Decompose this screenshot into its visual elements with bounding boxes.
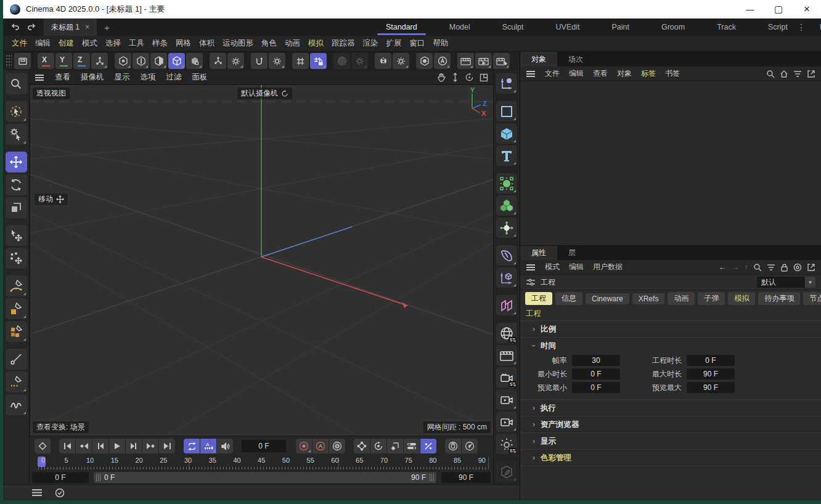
am-lock-icon[interactable]	[780, 263, 788, 272]
lock-z-axis-button[interactable]: Z	[73, 53, 90, 69]
loop-playback-button[interactable]	[184, 439, 200, 453]
axis-modification-icon[interactable]	[210, 53, 226, 69]
am-search-icon[interactable]	[753, 263, 762, 272]
deformer-icon[interactable]	[496, 245, 517, 266]
section-scale-header[interactable]: ›比例	[520, 321, 821, 337]
menu-item[interactable]: 选择	[105, 38, 121, 49]
goto-end-button[interactable]	[159, 439, 175, 453]
document-tab-close-icon[interactable]: ×	[85, 23, 89, 31]
duration-field[interactable]: 0 F	[687, 355, 735, 366]
render-settings-button[interactable]	[493, 53, 510, 69]
section-display-header[interactable]: ›显示	[520, 433, 821, 449]
key-parameters-button[interactable]	[404, 439, 420, 453]
document-tab[interactable]: 未标题 1 ×	[44, 18, 97, 36]
null-object-icon[interactable]	[496, 73, 517, 94]
coordinate-system-icon[interactable]	[91, 53, 108, 69]
layout-tab[interactable]: Groom	[645, 18, 701, 36]
vp-menu-filter[interactable]: 过滤	[166, 72, 182, 83]
sketch-pen-tool[interactable]	[6, 372, 27, 392]
attribute-tab-button[interactable]: 模拟	[728, 292, 755, 305]
menu-item[interactable]: 工具	[129, 38, 144, 49]
keying-settings-button[interactable]	[329, 439, 345, 453]
viewport-zoom-tool[interactable]	[6, 73, 27, 94]
pan-hand-icon[interactable]	[437, 73, 446, 82]
rotate-tool[interactable]	[6, 174, 27, 195]
fps-field[interactable]: 30	[572, 355, 620, 366]
attribute-tab-button[interactable]: 动画	[668, 292, 695, 305]
previous-key-button[interactable]	[76, 439, 92, 453]
field-symmetry-icon[interactable]	[496, 295, 517, 315]
key-position-button[interactable]	[354, 439, 370, 453]
om-hamburger-icon[interactable]	[526, 70, 536, 78]
layout-tab[interactable]: UVEdit	[540, 18, 596, 36]
layout-tab[interactable]: Script	[752, 18, 804, 36]
om-open-panel-icon[interactable]	[807, 70, 815, 78]
attribute-tab-button[interactable]: 待办事项	[758, 292, 800, 305]
previous-frame-button[interactable]	[92, 439, 108, 453]
render-view-button[interactable]	[457, 53, 474, 69]
toolbox-icon[interactable]	[14, 53, 31, 69]
menu-item[interactable]: 网格	[176, 38, 191, 49]
autokey-button[interactable]: A	[312, 439, 329, 453]
stage-camera-icon[interactable]: ST	[496, 367, 517, 388]
am-filter-icon[interactable]	[767, 264, 775, 271]
vp-menu-panel[interactable]: 面板	[192, 72, 208, 83]
texture-mode-button[interactable]	[186, 53, 203, 69]
camera-icon[interactable]	[496, 389, 517, 410]
model-mode-button[interactable]	[168, 53, 185, 69]
attribute-tab-button[interactable]: XRefs	[632, 293, 665, 304]
maximize-button[interactable]: ▢	[764, 0, 793, 18]
range-end-field[interactable]: 90 F	[441, 472, 491, 483]
manager-tab[interactable]: 层	[557, 246, 587, 260]
manager-tab[interactable]: 属性	[520, 246, 557, 260]
manager-tab[interactable]: 对象	[520, 52, 557, 67]
viewport-hamburger-icon[interactable]	[35, 74, 44, 81]
play-mode-button[interactable]: A	[200, 439, 216, 453]
menu-item[interactable]: 编辑	[35, 38, 51, 49]
record-options-button[interactable]	[296, 439, 312, 453]
play-button[interactable]	[109, 439, 125, 453]
rectangle-pen-tool[interactable]	[6, 298, 27, 319]
target-camera-icon[interactable]	[496, 412, 517, 432]
om-menu-object[interactable]: 对象	[617, 68, 632, 79]
object-manager-list[interactable]	[520, 81, 821, 245]
am-menu-mode[interactable]: 模式	[545, 262, 560, 272]
preview-range-bar[interactable]: 0 F 90 F	[94, 472, 436, 483]
close-button[interactable]: ×	[793, 0, 821, 18]
spline-pen-tool[interactable]	[6, 275, 27, 296]
tweak-select-tool[interactable]	[6, 124, 27, 145]
om-menu-edit[interactable]: 编辑	[569, 68, 584, 79]
menu-item[interactable]: 创建	[59, 38, 74, 49]
point-transform-tool[interactable]	[6, 248, 27, 269]
attribute-tab-button[interactable]: 工程	[525, 292, 552, 305]
min-time-field[interactable]: 0 F	[572, 368, 620, 380]
menu-item[interactable]: 动画	[285, 38, 300, 49]
menu-item[interactable]: 帮助	[433, 38, 449, 49]
om-menu-file[interactable]: 文件	[545, 68, 560, 79]
menu-item[interactable]: 模拟	[308, 38, 324, 49]
key-scale-button[interactable]	[387, 439, 403, 453]
sound-button[interactable]	[217, 439, 233, 453]
solo-mode-icon[interactable]	[416, 53, 433, 69]
preview-min-field[interactable]: 0 F	[572, 382, 620, 393]
om-search-icon[interactable]	[766, 70, 775, 78]
primitive-pen-tool[interactable]	[6, 321, 27, 342]
next-key-button[interactable]	[142, 439, 158, 453]
max-time-field[interactable]: 90 F	[687, 368, 735, 380]
axis-settings-gear-icon[interactable]	[227, 53, 244, 69]
key-rotation-button[interactable]	[370, 439, 386, 453]
light-icon[interactable]: ST	[496, 434, 517, 454]
rectangle-spline-icon[interactable]	[496, 101, 517, 121]
camera-label[interactable]: 默认摄像机	[237, 87, 292, 99]
om-filter-icon[interactable]	[793, 70, 802, 78]
range-start-field[interactable]: 0 F	[32, 472, 89, 483]
transform-tool[interactable]	[6, 225, 27, 246]
next-frame-button[interactable]	[126, 439, 142, 453]
render-clapper-icon[interactable]	[496, 345, 517, 365]
viewport-canvas[interactable]: 透视视图 默认摄像机 Y Z X 移动 查看变换: 场景 网格间距 : 500 …	[30, 85, 493, 436]
snap-settings-gear-icon[interactable]	[269, 53, 285, 69]
vp-menu-camera[interactable]: 摄像机	[81, 72, 104, 83]
am-hamburger-icon[interactable]	[526, 264, 536, 271]
layout-tab[interactable]: Standard	[370, 18, 433, 36]
range-right-grip[interactable]	[430, 474, 434, 481]
